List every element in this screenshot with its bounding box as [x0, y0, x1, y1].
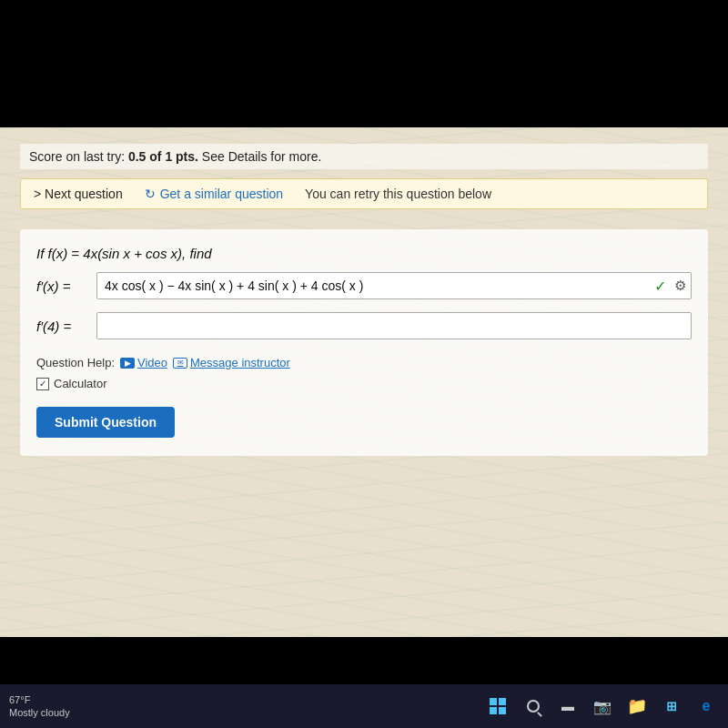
taskview-icon: ▬ — [561, 699, 574, 713]
f4-row: f′(4) = — [36, 312, 692, 339]
refresh-icon: ↻ — [145, 187, 156, 201]
similar-question-button[interactable]: ↻ Get a similar question — [145, 187, 283, 201]
question-area: If f(x) = 4x(sin x + cos x), find f′(x) … — [20, 229, 708, 456]
fprime-input[interactable] — [96, 272, 692, 299]
score-suffix: See Details for more. — [198, 149, 321, 164]
folder-icon: 📁 — [627, 696, 647, 716]
score-value: 0.5 of 1 pts. — [128, 149, 198, 164]
message-instructor-link[interactable]: ✉ Message instructor — [173, 356, 290, 369]
submit-label: Submit Question — [55, 415, 157, 430]
calculator-row: ✓ Calculator — [36, 377, 692, 390]
fprime-input-wrapper: ✓ ⚙ — [96, 272, 692, 299]
windows-start-button[interactable] — [484, 693, 511, 720]
submit-button[interactable]: Submit Question — [36, 407, 175, 438]
browser-icon: e — [703, 698, 711, 714]
top-black-bar — [0, 0, 728, 127]
mail-icon: ✉ — [173, 358, 187, 369]
fprime-label: f′(x) = — [36, 278, 91, 294]
retry-text: You can retry this question below — [305, 187, 491, 201]
video-label: Video — [137, 356, 167, 369]
score-line: Score on last try: 0.5 of 1 pts. See Det… — [20, 144, 708, 169]
score-prefix: Score on last try: — [29, 149, 128, 164]
camera-button[interactable]: 📷 — [590, 693, 615, 719]
temperature: 67°F — [9, 693, 73, 706]
video-icon: ▶ — [120, 358, 135, 369]
camera-icon: 📷 — [593, 698, 612, 715]
next-question-label: > Next question — [34, 187, 123, 201]
folder-button[interactable]: 📁 — [624, 693, 650, 719]
question-prompt: If f(x) = 4x(sin x + cos x), find — [36, 246, 692, 261]
similar-question-label: Get a similar question — [160, 187, 283, 201]
video-link[interactable]: ▶ Video — [120, 356, 167, 369]
question-text-content: If f(x) = 4x(sin x + cos x), find — [36, 246, 212, 261]
fprime-row: f′(x) = ✓ ⚙ — [36, 272, 692, 299]
taskbar: 67°F Mostly cloudy ▬ 📷 📁 ⊞ e — [0, 684, 728, 728]
calculator-label: Calculator — [54, 377, 107, 390]
gear-icon[interactable]: ⚙ — [674, 278, 686, 294]
taskview-button[interactable]: ▬ — [555, 693, 581, 719]
search-button[interactable] — [521, 693, 546, 719]
weather-widget: 67°F Mostly cloudy — [9, 693, 73, 720]
help-label: Question Help: — [36, 356, 115, 369]
apps-button[interactable]: ⊞ — [659, 693, 684, 719]
notification-bar: > Next question ↻ Get a similar question… — [20, 178, 708, 209]
browser-button[interactable]: e — [693, 693, 719, 719]
check-icon: ✓ — [654, 278, 666, 295]
next-question-button[interactable]: > Next question — [34, 187, 123, 201]
f4-label: f′(4) = — [36, 318, 91, 334]
search-icon — [527, 700, 540, 713]
f4-input[interactable] — [96, 312, 692, 339]
taskbar-icons: ▬ 📷 📁 ⊞ e — [484, 693, 719, 720]
message-instructor-label: Message instructor — [190, 356, 290, 369]
weather-condition: Mostly cloudy — [9, 706, 73, 719]
apps-icon: ⊞ — [666, 699, 677, 713]
question-help: Question Help: ▶ Video ✉ Message instruc… — [36, 356, 692, 369]
main-content: Score on last try: 0.5 of 1 pts. See Det… — [0, 127, 728, 637]
calculator-checkbox[interactable]: ✓ — [36, 378, 49, 390]
